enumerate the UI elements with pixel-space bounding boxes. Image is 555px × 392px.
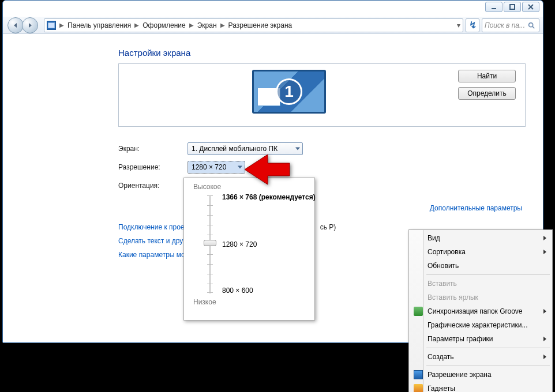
menu-item[interactable]: Создать	[410, 350, 551, 364]
svg-point-1	[529, 22, 533, 27]
monitor-preview[interactable]: 1	[252, 70, 326, 114]
menu-item: Вставить	[410, 277, 551, 291]
gadgets-icon	[414, 384, 423, 392]
breadcrumb-item[interactable]: Оформление	[142, 21, 185, 29]
breadcrumb-icon	[47, 21, 56, 30]
slider-option[interactable]: 1280 × 720	[222, 240, 257, 248]
chevron-right-icon	[543, 236, 546, 240]
svg-rect-0	[510, 5, 515, 9]
help-link[interactable]: Подключение к проек	[118, 223, 187, 231]
menu-item[interactable]: Вид	[410, 231, 551, 245]
display-number: 1	[276, 78, 302, 105]
chevron-right-icon: ▶	[134, 22, 139, 28]
help-link[interactable]: Какие параметры мон	[118, 251, 189, 259]
window-controls	[485, 2, 539, 12]
maximize-button[interactable]	[504, 2, 521, 12]
slider-option[interactable]: 800 × 600	[222, 287, 253, 295]
menu-item: Вставить ярлык	[410, 291, 551, 304]
menu-item[interactable]: Обновить	[410, 259, 551, 273]
context-menu: ВидСортировкаОбновитьВставитьВставить яр…	[408, 229, 553, 392]
resolution-popup: Высокое 1366 × 768 (рекомендуется)1280 ×…	[183, 178, 315, 321]
breadcrumb-item[interactable]: Экран	[197, 21, 217, 29]
help-link[interactable]: Сделать текст и другие	[118, 237, 193, 245]
chevron-right-icon	[543, 309, 546, 314]
breadcrumb[interactable]: ▶ Панель управления ▶ Оформление ▶ Экран…	[44, 18, 463, 32]
refresh-button[interactable]: ↯	[466, 18, 479, 32]
search-input[interactable]: Поиск в па...	[482, 18, 539, 32]
menu-item[interactable]: Гаджеты	[410, 382, 551, 392]
menu-item[interactable]: Параметры графики	[410, 332, 551, 346]
chevron-right-icon	[543, 355, 546, 359]
menu-item[interactable]: Сортировка	[410, 245, 551, 259]
chevron-right-icon	[543, 250, 546, 254]
breadcrumb-item[interactable]: Разрешение экрана	[228, 21, 292, 29]
search-icon	[527, 21, 535, 29]
label-resolution: Разрешение:	[118, 163, 187, 171]
slider-low-label: Низкое	[193, 298, 308, 306]
label-orientation: Ориентация:	[118, 182, 187, 190]
slider-thumb[interactable]	[204, 240, 216, 246]
close-button[interactable]	[522, 2, 539, 12]
display-panel: 1 Найти Определить	[118, 63, 526, 127]
navigation-bar: ▶ Панель управления ▶ Оформление ▶ Экран…	[3, 17, 543, 34]
detect-button[interactable]: Определить	[458, 87, 516, 100]
slider-option[interactable]: 1366 × 768 (рекомендуется)	[222, 193, 316, 201]
chevron-right-icon: ▶	[189, 22, 194, 28]
chevron-down-icon	[238, 166, 242, 169]
chevron-right-icon	[543, 337, 546, 341]
breadcrumb-item[interactable]: Панель управления	[68, 21, 131, 29]
menu-item[interactable]: Разрешение экрана	[410, 368, 551, 382]
label-screen: Экран:	[118, 145, 187, 153]
minimize-button[interactable]	[485, 2, 502, 12]
chevron-right-icon: ▶	[59, 22, 64, 28]
nav-back-button[interactable]	[7, 17, 24, 33]
menu-item[interactable]: Синхронизация папок Groove	[410, 304, 551, 318]
additional-parameters-link[interactable]: Дополнительные параметры	[118, 204, 522, 212]
menu-item[interactable]: Графические характеристики...	[410, 318, 551, 332]
nav-forward-button[interactable]	[22, 17, 38, 33]
resolution-dropdown[interactable]: 1280 × 720	[187, 161, 245, 174]
svg-marker-2	[245, 154, 290, 184]
groove-icon	[414, 307, 423, 316]
monitor-icon	[414, 370, 423, 379]
chevron-down-icon[interactable]: ▾	[457, 21, 460, 29]
annotation-arrow-icon	[245, 152, 291, 190]
chevron-right-icon: ▶	[220, 22, 225, 28]
chevron-down-icon	[295, 148, 300, 150]
page-title: Настройки экрана	[118, 48, 526, 58]
search-placeholder: Поиск в па...	[485, 21, 525, 29]
find-button[interactable]: Найти	[458, 70, 516, 82]
resolution-slider[interactable]	[204, 195, 216, 293]
